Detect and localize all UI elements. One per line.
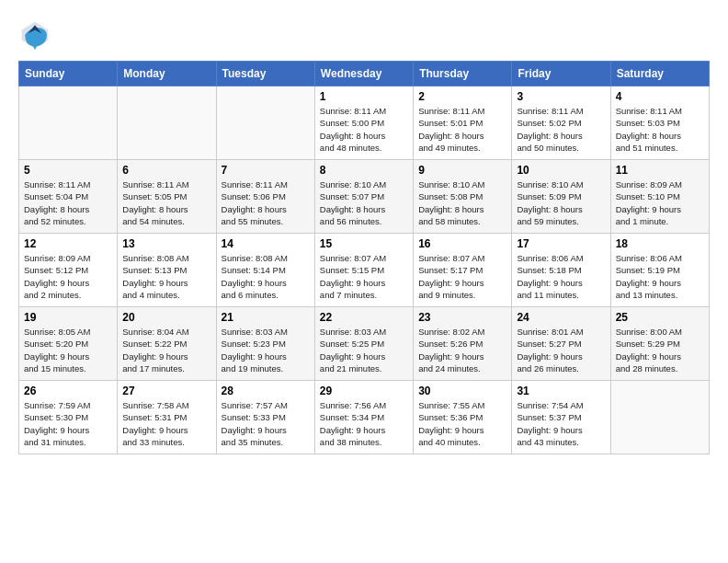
calendar-cell: 14Sunrise: 8:08 AM Sunset: 5:14 PM Dayli… (216, 234, 314, 307)
day-info: Sunrise: 7:59 AM Sunset: 5:30 PM Dayligh… (24, 399, 112, 448)
calendar-cell: 27Sunrise: 7:58 AM Sunset: 5:31 PM Dayli… (118, 381, 216, 454)
day-info: Sunrise: 8:08 AM Sunset: 5:14 PM Dayligh… (222, 252, 310, 301)
day-info: Sunrise: 8:10 AM Sunset: 5:08 PM Dayligh… (418, 178, 506, 227)
day-info: Sunrise: 8:03 AM Sunset: 5:25 PM Dayligh… (320, 326, 408, 374)
day-number: 22 (320, 311, 408, 324)
day-info: Sunrise: 8:11 AM Sunset: 5:04 PM Dayligh… (24, 178, 112, 227)
day-info: Sunrise: 7:57 AM Sunset: 5:33 PM Dayligh… (222, 399, 310, 448)
day-number: 12 (24, 237, 112, 250)
calendar-cell: 15Sunrise: 8:07 AM Sunset: 5:15 PM Dayli… (314, 234, 413, 307)
calendar-cell: 25Sunrise: 8:00 AM Sunset: 5:29 PM Dayli… (610, 307, 709, 381)
calendar-cell: 31Sunrise: 7:54 AM Sunset: 5:37 PM Dayli… (512, 381, 610, 454)
weekday-header: Thursday (414, 62, 512, 86)
day-info: Sunrise: 8:11 AM Sunset: 5:05 PM Dayligh… (122, 178, 210, 227)
day-number: 26 (24, 385, 112, 397)
day-number: 2 (418, 90, 506, 103)
day-number: 17 (517, 237, 605, 250)
calendar-cell: 12Sunrise: 8:09 AM Sunset: 5:12 PM Dayli… (19, 234, 118, 307)
day-info: Sunrise: 8:07 AM Sunset: 5:15 PM Dayligh… (320, 252, 408, 301)
calendar-cell: 5Sunrise: 8:11 AM Sunset: 5:04 PM Daylig… (19, 160, 118, 234)
day-number: 31 (517, 385, 605, 397)
calendar-cell: 26Sunrise: 7:59 AM Sunset: 5:30 PM Dayli… (19, 381, 118, 454)
day-number: 8 (320, 164, 408, 177)
day-info: Sunrise: 8:11 AM Sunset: 5:02 PM Dayligh… (517, 105, 605, 154)
calendar-cell: 10Sunrise: 8:10 AM Sunset: 5:09 PM Dayli… (512, 160, 610, 234)
day-number: 10 (517, 164, 605, 177)
calendar-week-row: 1Sunrise: 8:11 AM Sunset: 5:00 PM Daylig… (19, 86, 710, 160)
weekday-header: Friday (512, 62, 610, 86)
day-number: 23 (418, 311, 506, 324)
calendar-cell: 11Sunrise: 8:09 AM Sunset: 5:10 PM Dayli… (610, 160, 709, 234)
day-info: Sunrise: 8:11 AM Sunset: 5:03 PM Dayligh… (616, 105, 704, 154)
calendar-week-row: 26Sunrise: 7:59 AM Sunset: 5:30 PM Dayli… (19, 381, 710, 454)
day-info: Sunrise: 7:54 AM Sunset: 5:37 PM Dayligh… (517, 399, 605, 448)
day-number: 15 (320, 237, 408, 250)
day-number: 14 (222, 237, 310, 250)
day-info: Sunrise: 8:09 AM Sunset: 5:10 PM Dayligh… (616, 178, 704, 227)
day-info: Sunrise: 8:07 AM Sunset: 5:17 PM Dayligh… (418, 252, 506, 301)
calendar-cell: 28Sunrise: 7:57 AM Sunset: 5:33 PM Dayli… (216, 381, 314, 454)
calendar-cell: 19Sunrise: 8:05 AM Sunset: 5:20 PM Dayli… (19, 307, 118, 381)
day-info: Sunrise: 8:11 AM Sunset: 5:00 PM Dayligh… (320, 105, 408, 154)
weekday-row: SundayMondayTuesdayWednesdayThursdayFrid… (19, 62, 710, 86)
day-number: 21 (222, 311, 310, 324)
day-info: Sunrise: 8:03 AM Sunset: 5:23 PM Dayligh… (222, 326, 310, 374)
calendar-week-row: 5Sunrise: 8:11 AM Sunset: 5:04 PM Daylig… (19, 160, 710, 234)
day-info: Sunrise: 7:56 AM Sunset: 5:34 PM Dayligh… (320, 399, 408, 448)
calendar-table: SundayMondayTuesdayWednesdayThursdayFrid… (18, 61, 710, 454)
calendar-cell: 13Sunrise: 8:08 AM Sunset: 5:13 PM Dayli… (118, 234, 216, 307)
weekday-header: Wednesday (314, 62, 413, 86)
calendar-cell: 1Sunrise: 8:11 AM Sunset: 5:00 PM Daylig… (314, 86, 413, 160)
weekday-header: Tuesday (216, 62, 314, 86)
day-number: 5 (24, 164, 112, 177)
calendar-cell: 3Sunrise: 8:11 AM Sunset: 5:02 PM Daylig… (512, 86, 610, 160)
logo (18, 18, 55, 52)
calendar-cell: 23Sunrise: 8:02 AM Sunset: 5:26 PM Dayli… (414, 307, 512, 381)
day-number: 7 (222, 164, 310, 177)
calendar-cell (216, 86, 314, 160)
calendar-cell: 17Sunrise: 8:06 AM Sunset: 5:18 PM Dayli… (512, 234, 610, 307)
day-number: 6 (122, 164, 210, 177)
day-info: Sunrise: 8:11 AM Sunset: 5:01 PM Dayligh… (418, 105, 506, 154)
calendar-cell: 30Sunrise: 7:55 AM Sunset: 5:36 PM Dayli… (414, 381, 512, 454)
day-number: 30 (418, 385, 506, 397)
day-number: 3 (517, 90, 605, 103)
day-number: 29 (320, 385, 408, 397)
day-number: 27 (122, 385, 210, 397)
day-info: Sunrise: 8:05 AM Sunset: 5:20 PM Dayligh… (24, 326, 112, 374)
weekday-header: Monday (118, 62, 216, 86)
weekday-header: Sunday (19, 62, 118, 86)
calendar-week-row: 12Sunrise: 8:09 AM Sunset: 5:12 PM Dayli… (19, 234, 710, 307)
calendar-cell: 21Sunrise: 8:03 AM Sunset: 5:23 PM Dayli… (216, 307, 314, 381)
calendar-cell: 29Sunrise: 7:56 AM Sunset: 5:34 PM Dayli… (314, 381, 413, 454)
day-number: 20 (122, 311, 210, 324)
day-info: Sunrise: 8:09 AM Sunset: 5:12 PM Dayligh… (24, 252, 112, 301)
calendar-cell: 6Sunrise: 8:11 AM Sunset: 5:05 PM Daylig… (118, 160, 216, 234)
day-number: 9 (418, 164, 506, 177)
day-info: Sunrise: 8:02 AM Sunset: 5:26 PM Dayligh… (418, 326, 506, 374)
calendar-cell (118, 86, 216, 160)
day-number: 4 (616, 90, 704, 103)
calendar-cell: 20Sunrise: 8:04 AM Sunset: 5:22 PM Dayli… (118, 307, 216, 381)
day-number: 13 (122, 237, 210, 250)
calendar-cell: 7Sunrise: 8:11 AM Sunset: 5:06 PM Daylig… (216, 160, 314, 234)
calendar-cell: 8Sunrise: 8:10 AM Sunset: 5:07 PM Daylig… (314, 160, 413, 234)
calendar-cell: 16Sunrise: 8:07 AM Sunset: 5:17 PM Dayli… (414, 234, 512, 307)
day-number: 1 (320, 90, 408, 103)
day-number: 11 (616, 164, 704, 177)
calendar-cell: 4Sunrise: 8:11 AM Sunset: 5:03 PM Daylig… (610, 86, 709, 160)
day-number: 24 (517, 311, 605, 324)
day-number: 28 (222, 385, 310, 397)
calendar-body: 1Sunrise: 8:11 AM Sunset: 5:00 PM Daylig… (19, 86, 710, 454)
calendar-week-row: 19Sunrise: 8:05 AM Sunset: 5:20 PM Dayli… (19, 307, 710, 381)
logo-icon (18, 18, 51, 52)
calendar-cell: 18Sunrise: 8:06 AM Sunset: 5:19 PM Dayli… (610, 234, 709, 307)
calendar-cell: 9Sunrise: 8:10 AM Sunset: 5:08 PM Daylig… (414, 160, 512, 234)
day-info: Sunrise: 7:55 AM Sunset: 5:36 PM Dayligh… (418, 399, 506, 448)
day-info: Sunrise: 8:00 AM Sunset: 5:29 PM Dayligh… (616, 326, 704, 374)
header (18, 18, 710, 52)
day-info: Sunrise: 8:04 AM Sunset: 5:22 PM Dayligh… (122, 326, 210, 374)
calendar-cell: 2Sunrise: 8:11 AM Sunset: 5:01 PM Daylig… (414, 86, 512, 160)
day-info: Sunrise: 8:06 AM Sunset: 5:19 PM Dayligh… (616, 252, 704, 301)
day-info: Sunrise: 8:06 AM Sunset: 5:18 PM Dayligh… (517, 252, 605, 301)
